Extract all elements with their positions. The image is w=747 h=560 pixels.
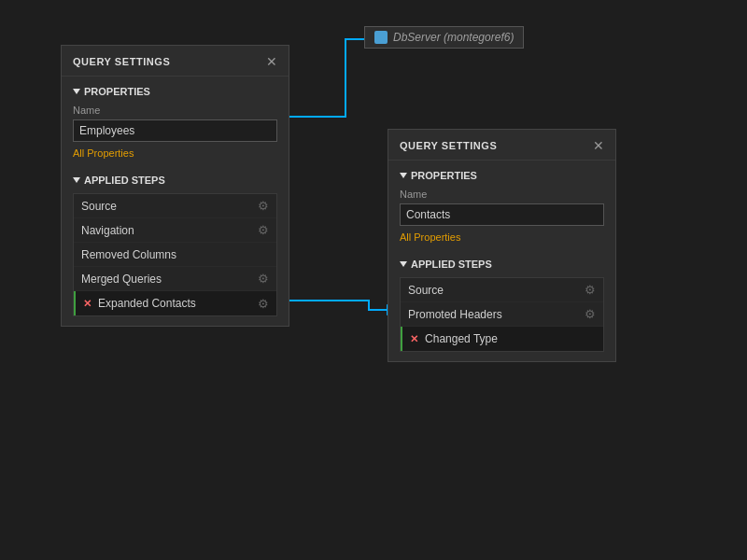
name-input-right[interactable] — [400, 203, 604, 226]
panel-right: QUERY SETTINGS ✕ PROPERTIES Name All Pro… — [388, 129, 616, 362]
panel-left-steps: APPLIED STEPS Source⚙Navigation⚙Removed … — [62, 167, 289, 326]
error-x-icon: ✕ — [83, 298, 94, 309]
panel-left-title: QUERY SETTINGS — [73, 56, 170, 67]
panel-right-close[interactable]: ✕ — [593, 139, 604, 152]
step-name: ✕ Changed Type — [410, 332, 596, 345]
name-label-left: Name — [73, 105, 277, 116]
all-properties-link-right[interactable]: All Properties — [400, 231, 460, 243]
db-icon — [374, 31, 388, 44]
panel-right-properties: PROPERTIES Name All Properties — [388, 161, 615, 251]
db-server-label: DbServer (montegoref6) — [364, 26, 524, 49]
name-input-left[interactable] — [73, 119, 277, 142]
step-item[interactable]: Promoted Headers⚙ — [401, 302, 603, 327]
step-name: Navigation — [81, 224, 252, 237]
step-item[interactable]: Merged Queries⚙ — [74, 267, 276, 291]
step-name: ✕ Expanded Contacts — [83, 297, 252, 310]
step-item[interactable]: Source⚙ — [74, 194, 276, 218]
panel-left-properties: PROPERTIES Name All Properties — [62, 77, 289, 167]
steps-list-left: Source⚙Navigation⚙Removed ColumnsMerged … — [73, 193, 277, 316]
step-name: Source — [81, 200, 252, 213]
step-item[interactable]: Source⚙ — [401, 278, 603, 302]
db-server-text: DbServer (montegoref6) — [393, 31, 514, 44]
name-label-right: Name — [400, 189, 604, 200]
step-item[interactable]: Navigation⚙ — [74, 218, 276, 243]
triangle-icon-steps-right — [400, 261, 407, 267]
panel-left-close[interactable]: ✕ — [266, 55, 277, 68]
properties-header-left: PROPERTIES — [73, 86, 277, 97]
gear-icon[interactable]: ⚙ — [258, 199, 269, 213]
panel-left-header: QUERY SETTINGS ✕ — [62, 46, 289, 77]
steps-list-right: Source⚙Promoted Headers⚙✕ Changed Type — [400, 277, 604, 352]
triangle-icon-right — [400, 173, 407, 178]
error-x-icon: ✕ — [410, 333, 421, 344]
applied-steps-header-left: APPLIED STEPS — [73, 175, 277, 186]
properties-header-right: PROPERTIES — [400, 170, 604, 181]
panel-right-title: QUERY SETTINGS — [400, 140, 497, 151]
gear-icon[interactable]: ⚙ — [258, 223, 269, 237]
step-item[interactable]: ✕ Expanded Contacts⚙ — [74, 291, 276, 315]
step-name: Merged Queries — [81, 273, 252, 286]
panel-left: QUERY SETTINGS ✕ PROPERTIES Name All Pro… — [61, 45, 289, 327]
panel-right-steps: APPLIED STEPS Source⚙Promoted Headers⚙✕ … — [388, 251, 615, 361]
step-name: Removed Columns — [81, 248, 269, 261]
panel-right-header: QUERY SETTINGS ✕ — [388, 130, 615, 161]
triangle-icon-left — [73, 89, 80, 94]
step-name: Promoted Headers — [408, 308, 579, 321]
gear-icon[interactable]: ⚙ — [585, 283, 596, 297]
step-item[interactable]: Removed Columns — [74, 243, 276, 267]
all-properties-link-left[interactable]: All Properties — [73, 147, 134, 159]
step-name: Source — [408, 284, 579, 297]
gear-icon[interactable]: ⚙ — [258, 272, 269, 286]
step-item[interactable]: ✕ Changed Type — [401, 327, 603, 351]
gear-icon[interactable]: ⚙ — [585, 307, 596, 321]
triangle-icon-steps-left — [73, 177, 80, 183]
applied-steps-header-right: APPLIED STEPS — [400, 259, 604, 270]
gear-icon[interactable]: ⚙ — [258, 297, 269, 311]
